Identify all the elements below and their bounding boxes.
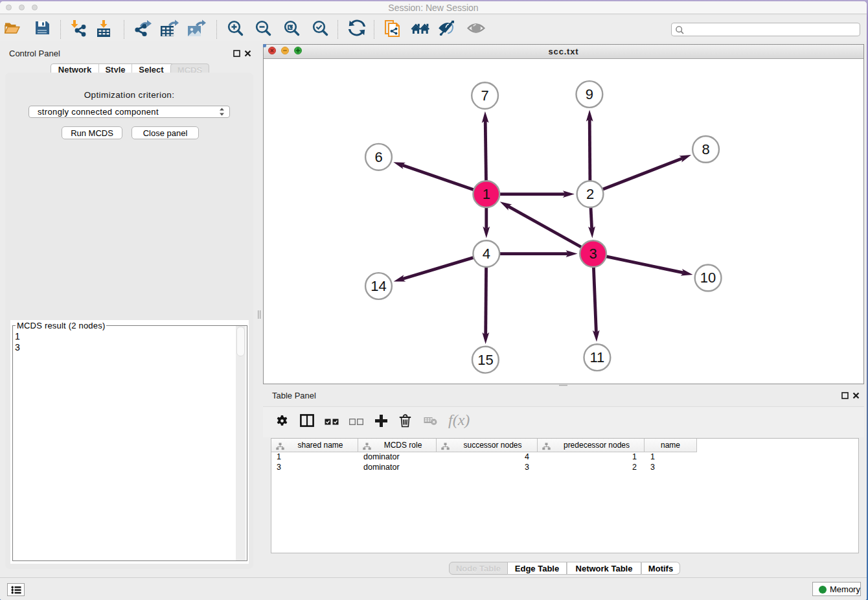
svg-text:9: 9	[586, 86, 593, 102]
svg-text:1: 1	[483, 186, 490, 202]
svg-text:11: 11	[589, 349, 604, 365]
svg-text:4: 4	[483, 246, 490, 262]
svg-text:8: 8	[702, 141, 709, 157]
svg-text:6: 6	[374, 149, 382, 165]
svg-text:3: 3	[589, 246, 597, 262]
svg-text:10: 10	[700, 270, 716, 286]
svg-text:15: 15	[477, 352, 493, 368]
svg-text:7: 7	[481, 87, 488, 104]
svg-text:2: 2	[586, 186, 594, 202]
svg-text:14: 14	[371, 278, 386, 294]
